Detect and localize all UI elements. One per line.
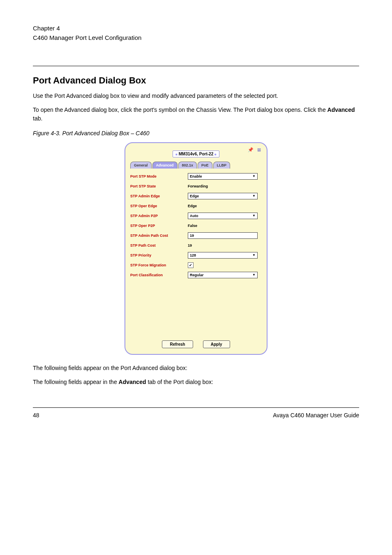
tab-llbp[interactable]: LLBP xyxy=(213,162,231,169)
figure-caption: Figure 4-3. Port Advanced Dialog Box – C… xyxy=(33,130,359,136)
section-open-instructions: To open the Advanced dialog box, click t… xyxy=(33,106,359,123)
tab-8021x[interactable]: 802.1x xyxy=(178,162,197,169)
label-port-stp-state: Port STP State xyxy=(130,184,188,188)
tab-strip: General Advanced 802.1x PoE LLBP xyxy=(130,162,262,169)
section-title: Port Advanced Dialog Box xyxy=(33,75,359,86)
page-header: Chapter 4 C460 Manager Port Level Config… xyxy=(33,25,359,66)
label-stp-force-migration: STP Force Migration xyxy=(130,263,188,267)
dialog-title: ■ MM314v6, Port-22 ■ xyxy=(173,150,219,157)
section-intro: Use the Port Advanced dialog box to view… xyxy=(33,92,359,100)
select-stp-admin-edge[interactable]: Edge▼ xyxy=(188,193,258,199)
input-stp-admin-path-cost[interactable] xyxy=(188,232,258,239)
page-footer: 48 Avaya C460 Manager User Guide xyxy=(33,407,359,419)
figure-image: 📌 ⊠ ■ MM314v6, Port-22 ■ General Advance… xyxy=(33,142,359,355)
tab-general[interactable]: General xyxy=(130,162,152,169)
label-port-stp-mode: Port STP Mode xyxy=(130,174,188,178)
refresh-button[interactable]: Refresh xyxy=(162,340,193,348)
dialog-window: 📌 ⊠ ■ MM314v6, Port-22 ■ General Advance… xyxy=(125,142,267,355)
chapter-ref: Chapter 4 xyxy=(33,25,60,32)
apply-button[interactable]: Apply xyxy=(203,340,230,348)
label-stp-path-cost: STP Path Cost xyxy=(130,243,188,247)
post-figure-para-2: The following fields appear in the Advan… xyxy=(33,378,359,386)
label-stp-admin-path-cost: STP Admin Path Cost xyxy=(130,234,188,238)
value-port-stp-state: Forwarding xyxy=(188,184,208,188)
chevron-down-icon: ▼ xyxy=(252,273,256,277)
tab-poe[interactable]: PoE xyxy=(198,162,212,169)
checkbox-stp-force-migration[interactable]: ✔ xyxy=(188,262,194,268)
value-stp-path-cost: 19 xyxy=(188,243,192,247)
select-port-stp-mode[interactable]: Enable▼ xyxy=(188,173,258,180)
label-port-classification: Port Classification xyxy=(130,273,188,277)
label-stp-admin-edge: STP Admin Edge xyxy=(130,194,188,198)
select-stp-admin-p2p[interactable]: Auto▼ xyxy=(188,213,258,219)
footer-doc-title: Avaya C460 Manager User Guide xyxy=(273,412,359,419)
label-stp-oper-edge: STP Oper Edge xyxy=(130,204,188,208)
chevron-down-icon: ▼ xyxy=(252,214,256,217)
post-figure-para-1: The following fields appear on the Port … xyxy=(33,364,359,372)
page-number: 48 xyxy=(33,412,39,419)
value-stp-oper-p2p: False xyxy=(188,224,197,228)
label-stp-oper-p2p: STP Oper P2P xyxy=(130,224,188,228)
pin-icon[interactable]: 📌 xyxy=(248,147,254,153)
select-stp-priority[interactable]: 128▼ xyxy=(188,252,258,259)
chevron-down-icon: ▼ xyxy=(252,194,256,198)
tab-advanced[interactable]: Advanced xyxy=(152,162,178,169)
value-stp-oper-edge: Edge xyxy=(188,204,197,208)
select-port-classification[interactable]: Regular▼ xyxy=(188,272,258,278)
chevron-down-icon: ▼ xyxy=(252,174,256,178)
close-icon[interactable]: ⊠ xyxy=(256,147,262,153)
chevron-down-icon: ▼ xyxy=(252,253,256,257)
label-stp-priority: STP Priority xyxy=(130,253,188,257)
chapter-title: C460 Manager Port Level Configuration xyxy=(33,34,141,41)
label-stp-admin-p2p: STP Admin P2P xyxy=(130,214,188,218)
